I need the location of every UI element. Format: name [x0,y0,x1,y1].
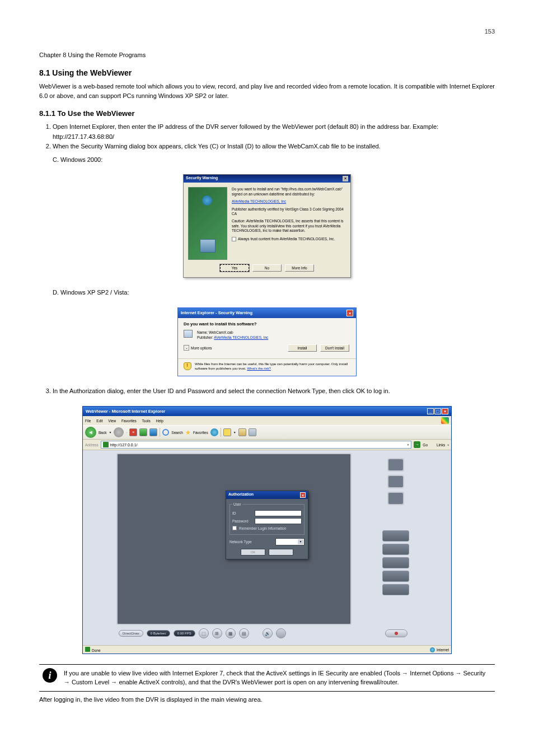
password-input[interactable] [255,518,302,524]
panel-button-2[interactable] [382,544,409,555]
ie-security-title: Internet Explorer - Security Warning [181,310,252,315]
info-note-block: i If you are unable to view live video w… [39,664,495,692]
mail-button[interactable] [238,428,246,436]
menu-view[interactable]: View [108,419,116,423]
settings-button[interactable] [276,628,286,638]
back-button[interactable]: ◄ [85,427,96,438]
more-info-button[interactable]: More Info [285,264,314,272]
post-note: After logging in, the live video from th… [39,695,495,704]
control-button-4[interactable]: ▤ [239,628,249,638]
no-button[interactable]: No [252,264,282,272]
minimize-button[interactable]: _ [427,408,434,414]
menu-file[interactable]: File [85,419,91,423]
maximize-button[interactable]: □ [434,408,441,414]
menu-edit[interactable]: Edit [96,419,102,423]
control-button-2[interactable]: ⊞ [212,628,222,638]
intro-paragraph: WebViewer is a web-based remote tool whi… [39,82,495,100]
go-label: Go [423,443,428,447]
name-label: Name: [197,330,208,334]
info-icon: i [43,668,57,683]
address-input[interactable]: http://127.0.0.1/ ▼ [101,441,412,449]
security-warning-dialog: Security Warning × Do you want to instal… [183,174,351,278]
layout-icon-2[interactable] [387,475,404,488]
info-note-text: If you are unable to view live video wit… [64,669,493,687]
favorites-label: Favorites [193,431,208,435]
chapter-heading: Chapter 8 Using the Remote Programs [39,52,495,58]
favorites-icon[interactable]: ★ [185,429,191,436]
control-button-1[interactable]: ⬚ [199,628,209,638]
security-text: Do you want to install and run "http://h… [232,187,346,260]
chevron-down-icon: ⌄ [184,345,189,351]
authorization-title: Authorization [228,492,254,498]
record-button[interactable] [385,629,407,637]
status-done: Done [92,648,101,652]
publisher-link[interactable]: AVerMedia TECHNOLOGIES, Inc [214,335,268,339]
right-toolbar [382,455,410,598]
layout-icon-1[interactable] [387,458,404,472]
media-button[interactable] [210,428,218,436]
back-label: Back [99,431,106,435]
yes-button[interactable]: Yes [220,264,249,272]
cancel-button[interactable]: Cancel [269,549,293,556]
password-label: Password [232,519,252,523]
more-options-toggle[interactable]: ⌄ More options [184,345,212,351]
panel-button-4[interactable] [382,571,409,582]
browser-toolbar: ◄ Back ▼ · × Search ★ Favorites ▼ [83,425,451,440]
dont-install-button[interactable]: Don't Install [320,344,349,352]
browser-titlebar: WebViewer - Microsoft Internet Explorer … [83,407,451,416]
software-icon [184,330,193,338]
menu-help[interactable]: Help [156,419,163,423]
menu-tools[interactable]: Tools [142,419,151,423]
ok-button[interactable]: OK [241,549,265,556]
id-input[interactable] [255,510,302,516]
whats-the-risk-link[interactable]: What's the risk? [247,367,271,370]
audio-button[interactable]: 🔊 [263,628,273,638]
step-2: When the Security Warning dialog box app… [53,142,495,152]
menu-favorites[interactable]: Favorites [121,419,137,423]
close-icon[interactable]: × [343,176,348,181]
steps-list-continued: In the Authorization dialog, enter the U… [53,386,495,396]
url-value: http://127.0.0.1/ [110,443,138,447]
panel-button-5[interactable] [382,584,409,595]
close-icon[interactable]: × [300,492,306,498]
security-zone: Internet [437,648,449,652]
security-verify-text: Publisher authenticity verified by VeriS… [232,207,346,217]
install-button[interactable]: Install [288,344,317,352]
publisher-label: Publisher: [197,335,213,339]
home-button[interactable] [149,428,157,436]
section-title: 8.1 Using the WebViewer [39,68,495,77]
go-button[interactable]: → [414,441,420,448]
address-bar: Address http://127.0.0.1/ ▼ → Go Links » [83,440,451,450]
always-trust-checkbox[interactable] [232,237,236,241]
step-1: Open Internet Explorer, then enter the I… [53,122,495,142]
network-type-label: Network Type [229,540,257,544]
ie-security-question: Do you want to install this software? [184,321,350,326]
security-warning-titlebar: Security Warning × [184,175,350,183]
fps-display: 0.00 FPS [174,630,195,637]
print-button[interactable] [249,428,256,436]
id-label: ID [232,511,252,515]
page-icon [103,442,109,447]
publisher-link[interactable]: AVerMedia TECHNOLOGIES, Inc [232,199,286,203]
browser-window: WebViewer - Microsoft Internet Explorer … [82,406,452,654]
panel-button-1[interactable] [382,530,409,542]
network-type-select[interactable] [275,538,305,545]
history-button[interactable] [223,428,231,436]
refresh-button[interactable] [139,428,147,436]
panel-button-3[interactable] [382,557,409,568]
user-fieldset: User ID Password Remember [229,502,305,535]
byte-rate: 0 Byte/sec [147,630,170,637]
remember-label: Remember Login Information [239,526,286,530]
ie-flag-icon [441,417,449,424]
search-icon[interactable] [162,429,169,436]
control-button-3[interactable]: ▦ [226,628,236,638]
forward-button[interactable] [114,427,124,437]
globe-icon [430,647,435,652]
remember-checkbox[interactable] [232,526,237,530]
close-icon[interactable]: × [346,310,353,316]
close-button[interactable]: × [442,408,448,414]
layout-icon-3[interactable] [387,492,404,505]
links-label[interactable]: Links [437,443,445,447]
stop-button[interactable]: × [129,428,137,436]
bottom-toolbar: DirectDraw 0 Byte/sec 0.00 FPS ⬚ ⊞ ▦ ▤ 🔊 [116,627,410,640]
